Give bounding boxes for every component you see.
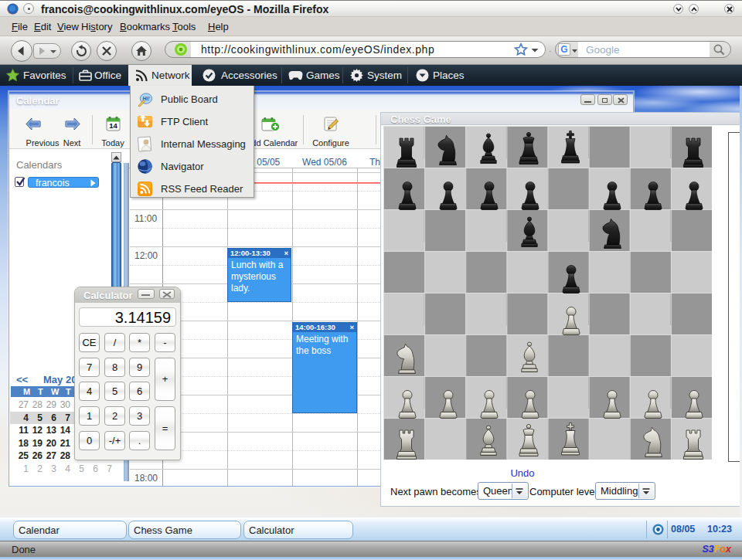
svg-text:14: 14: [109, 121, 117, 130]
